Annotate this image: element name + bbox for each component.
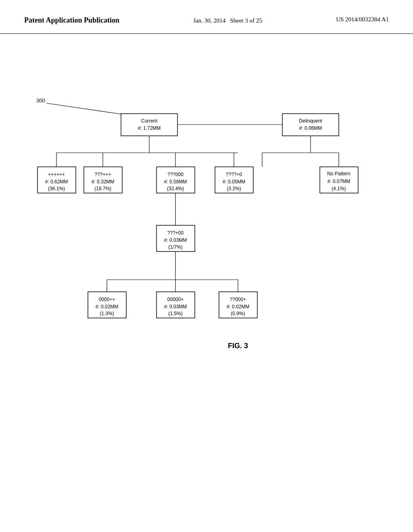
root-node-box bbox=[121, 114, 177, 136]
node3-label2: #: 0.56MM bbox=[164, 179, 187, 185]
node9-label1: ??000+ bbox=[230, 297, 246, 302]
delinquent-label2: #: 0.06MM bbox=[299, 125, 322, 131]
node9-label3: (0.9%) bbox=[231, 311, 245, 316]
node1-label3: (36.1%) bbox=[48, 186, 65, 191]
tree-diagram: 300 Current #: 1.72MM Delinquent #: 0.06… bbox=[24, 82, 387, 384]
diagram-area: 300 Current #: 1.72MM Delinquent #: 0.06… bbox=[0, 34, 413, 497]
patent-number: US 2014/0032384 A1 bbox=[336, 16, 389, 23]
node3-label3: (32.4%) bbox=[167, 186, 184, 191]
root-label2: #: 1.72MM bbox=[138, 125, 161, 131]
node8-label2: #: 0.03MM bbox=[164, 304, 187, 310]
node1-label1: ++++++ bbox=[48, 172, 65, 177]
node9-label2: #: 0.02MM bbox=[227, 304, 250, 310]
node5-label1: No Pattern bbox=[327, 171, 350, 177]
node6-label1: ???+00 bbox=[167, 230, 184, 236]
publication-label: Patent Application Publication bbox=[24, 16, 119, 25]
node5-label2: #: 0.07MM bbox=[327, 179, 350, 184]
node1-label2: #: 0.62MM bbox=[45, 179, 68, 185]
node4-label1: ????+0 bbox=[226, 172, 242, 177]
node2-label2: #: 0.32MM bbox=[92, 179, 115, 185]
root-label1: Current bbox=[141, 118, 158, 124]
node7-label1: 0000++ bbox=[99, 297, 115, 302]
delinquent-label1: Delinquent bbox=[299, 118, 322, 124]
fig-label: FIG. 3 bbox=[228, 342, 248, 350]
node6-label2: #: 0.03MM bbox=[164, 237, 187, 243]
node8-label1: 00000+ bbox=[167, 297, 184, 302]
node2-label3: (18.7%) bbox=[94, 186, 111, 191]
node8-label3: (1.5%) bbox=[168, 311, 182, 316]
node7-label2: #: 0.02MM bbox=[96, 304, 119, 310]
date-label: Jan. 30, 2014 bbox=[193, 17, 225, 24]
node5-label3: (4.1%) bbox=[332, 186, 346, 191]
ref-number: 300 bbox=[36, 98, 45, 104]
node7-label3: (1.3%) bbox=[100, 311, 114, 316]
date-sheet: Jan. 30, 2014 Sheet 3 of 25 bbox=[193, 16, 262, 25]
node6-label3: (1/7%) bbox=[168, 244, 182, 250]
node2-label1: ???+++ bbox=[94, 172, 111, 177]
page-header: Patent Application Publication Jan. 30, … bbox=[0, 0, 413, 34]
delinquent-node-box bbox=[282, 114, 339, 136]
node4-label3: (3.2%) bbox=[227, 186, 241, 191]
sheet-label: Sheet 3 of 25 bbox=[230, 17, 262, 24]
node4-label2: #: 0.05MM bbox=[223, 179, 246, 185]
node3-label1: ???000 bbox=[167, 172, 184, 177]
